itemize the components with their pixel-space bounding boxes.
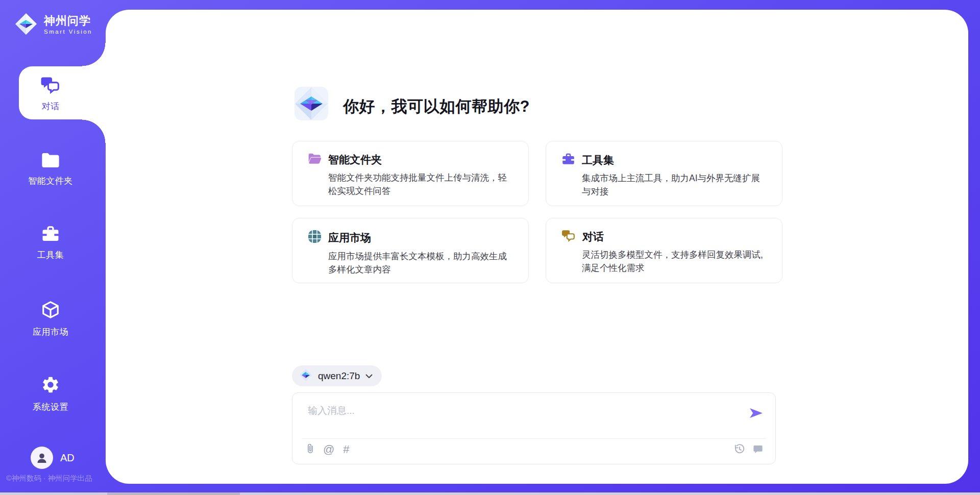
folder-icon	[41, 152, 60, 170]
chevron-down-icon	[365, 372, 373, 381]
send-button[interactable]	[749, 407, 763, 420]
toolbox-icon	[41, 225, 60, 244]
hero-diamond-logo-icon	[291, 83, 332, 126]
paperclip-icon	[306, 442, 314, 456]
brand-logo: 神州问学 Smart Vision	[14, 12, 92, 38]
diamond-logo-icon	[299, 368, 312, 384]
card-description: 灵活切换多模型文件，支持多样回复效果调试, 满足个性化需求	[582, 249, 769, 275]
brand-subtitle: Smart Vision	[44, 29, 92, 35]
sidebar-item-settings[interactable]: 系统设置	[0, 375, 101, 413]
greeting-title: 你好，我可以如何帮助你?	[343, 96, 530, 117]
card-title: 应用市场	[328, 231, 371, 245]
sidebar-item-label: 智能文件夹	[28, 175, 73, 187]
card-description: 应用市场提供丰富长文本模板，助力高效生成多样化文章内容	[328, 250, 515, 277]
history-clock-icon	[734, 443, 745, 456]
feature-cards: 智能文件夹 智能文件夹功能支持批量文件上传与清洗，轻松实现文件问答 工具集 集成…	[292, 141, 782, 283]
sidebar-item-label: 对话	[42, 101, 60, 112]
card-description: 集成市场上主流工具，助力AI与外界无缝扩展与对接	[582, 172, 769, 199]
card-title: 对话	[582, 230, 604, 244]
user-account[interactable]: AD	[31, 447, 75, 469]
sidebar-footer-credit: ©神州数码 · 神州问学出品	[6, 474, 103, 483]
composer-divider	[302, 438, 766, 439]
card-smart-folder[interactable]: 智能文件夹 智能文件夹功能支持批量文件上传与清洗，轻松实现文件问答	[292, 141, 529, 206]
hash-icon: #	[343, 444, 349, 455]
composer-right-tools	[734, 443, 763, 456]
card-toolset[interactable]: 工具集 集成市场上主流工具，助力AI与外界无缝扩展与对接	[546, 141, 782, 206]
sidebar-item-label: 应用市场	[33, 326, 68, 338]
user-name-label: AD	[60, 452, 75, 464]
notch-fillet-top	[82, 43, 106, 66]
card-title: 智能文件夹	[328, 153, 382, 167]
sidebar-item-chat[interactable]: 对话	[0, 77, 101, 112]
toolbox-icon	[561, 153, 575, 167]
model-selector[interactable]: qwen2:7b	[292, 365, 382, 386]
at-sign-icon: @	[323, 444, 334, 455]
sidebar-item-label: 工具集	[37, 249, 64, 261]
card-title: 工具集	[582, 153, 614, 167]
chat-bubbles-icon	[40, 77, 61, 96]
attach-file-button[interactable]	[306, 442, 314, 456]
card-description: 智能文件夹功能支持批量文件上传与清洗，轻松实现文件问答	[328, 171, 515, 198]
sidebar-item-smart-folder[interactable]: 智能文件夹	[0, 152, 101, 187]
mention-button[interactable]: @	[323, 444, 334, 455]
sidebar-item-label: 系统设置	[33, 401, 68, 413]
app-grid-icon	[308, 230, 322, 245]
cube-icon	[41, 300, 60, 321]
avatar	[31, 447, 53, 469]
topic-button[interactable]: #	[343, 444, 349, 455]
brand-name: 神州问学	[44, 15, 92, 27]
diamond-logo-icon	[14, 12, 38, 38]
card-app-market[interactable]: 应用市场 应用市场提供丰富长文本模板，助力高效生成多样化文章内容	[292, 218, 529, 283]
message-composer: @ #	[292, 392, 776, 464]
folder-open-icon	[308, 153, 322, 167]
speech-bubble-icon	[753, 444, 763, 456]
message-input[interactable]	[307, 401, 707, 420]
card-chat[interactable]: 对话 灵活切换多模型文件，支持多样回复效果调试, 满足个性化需求	[546, 218, 782, 283]
feedback-bubble-button[interactable]	[753, 444, 763, 456]
sidebar-item-toolset[interactable]: 工具集	[0, 225, 101, 261]
composer-left-tools: @ #	[306, 442, 350, 456]
horizontal-scrollbar-thumb[interactable]	[107, 492, 240, 495]
chat-bubbles-icon	[561, 230, 576, 244]
gear-icon	[41, 375, 60, 397]
notch-fillet-bottom	[82, 119, 106, 143]
history-button[interactable]	[734, 443, 745, 456]
sidebar-item-app-market[interactable]: 应用市场	[0, 300, 101, 338]
model-name-label: qwen2:7b	[318, 370, 360, 382]
send-icon	[749, 413, 763, 420]
